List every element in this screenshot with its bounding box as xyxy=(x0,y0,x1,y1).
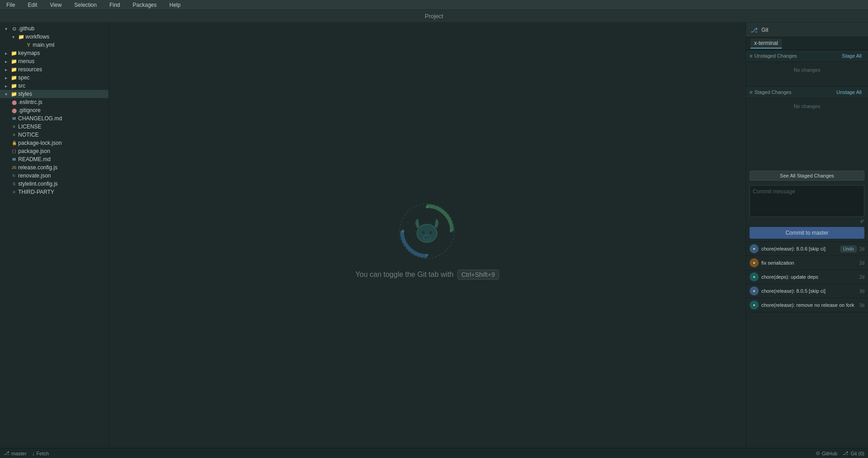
folder-icon: 📁 xyxy=(10,67,18,73)
tree-item-spec[interactable]: ▸ 📁 spec xyxy=(0,74,108,82)
commit-row[interactable]: ● chore(release): 8.0.5 [skip ci] 3d xyxy=(746,284,868,298)
see-all-staged-button[interactable]: See All Staged Changes xyxy=(750,171,864,181)
commit-time: 2d xyxy=(859,246,864,251)
tree-label: .github xyxy=(18,25,34,32)
tree-label: workflows xyxy=(25,34,49,40)
unstage-all-button[interactable]: Unstage All xyxy=(834,89,864,96)
file-tree-sidebar: ▾ ⊙ .github ▾ 📁 workflows Y main.yml ▸ 📁… xyxy=(0,23,109,458)
git-panel: ⎇ Git x-terminal ≡ Unstaged Changes Stag… xyxy=(745,23,868,458)
status-git[interactable]: ⎇ Git (0) xyxy=(843,450,864,456)
commit-row[interactable]: ● fix serialization 2d xyxy=(746,256,868,270)
chevron-right-icon: ▸ xyxy=(2,51,10,56)
tree-item-package-json[interactable]: { } package.json xyxy=(0,147,108,155)
status-fetch[interactable]: ↓ Fetch xyxy=(32,450,49,456)
chevron-right-icon: ▸ xyxy=(2,67,10,72)
notice-icon: ≡ xyxy=(10,133,18,137)
chevron-right-icon: ▸ xyxy=(2,59,10,64)
main-layout: ▾ ⊙ .github ▾ 📁 workflows Y main.yml ▸ 📁… xyxy=(0,23,868,458)
tree-item-changelog[interactable]: M CHANGELOG.md xyxy=(0,114,108,123)
tree-label: menus xyxy=(18,58,34,64)
git-panel-scroll: ≡ Unstaged Changes Stage All No changes … xyxy=(746,50,868,458)
tree-item-readme[interactable]: M README.md xyxy=(0,155,108,163)
git-panel-header: ⎇ Git xyxy=(746,23,868,37)
undo-commit-button[interactable]: Undo xyxy=(840,246,857,252)
unstaged-title: Unstaged Changes xyxy=(754,53,797,59)
tree-label: release.config.js xyxy=(18,164,58,171)
tree-item-github[interactable]: ▾ ⊙ .github xyxy=(0,25,108,33)
branch-name: master xyxy=(11,451,27,456)
staged-no-changes: No changes xyxy=(746,98,868,114)
tree-item-resources[interactable]: ▸ 📁 resources xyxy=(0,65,108,74)
menu-item-find[interactable]: Find xyxy=(107,1,123,9)
tree-item-keymaps[interactable]: ▸ 📁 keymaps xyxy=(0,49,108,57)
commit-row[interactable]: ● chore(deps): update deps 2d xyxy=(746,270,868,284)
status-right: ⊙ GitHub ⎇ Git (0) xyxy=(816,450,864,456)
commit-info: fix serialization xyxy=(761,260,857,266)
git-tab-xterminal[interactable]: x-terminal xyxy=(750,39,782,49)
commit-avatar: ● xyxy=(750,258,759,267)
tree-label: stylelint.config.js xyxy=(18,181,58,187)
commit-area: 4* Commit to master xyxy=(746,182,868,241)
tree-item-workflows[interactable]: ▾ 📁 workflows xyxy=(0,33,108,41)
commit-message: fix serialization xyxy=(761,260,857,266)
menu-item-help[interactable]: Help xyxy=(167,1,183,9)
commit-message-input[interactable] xyxy=(750,185,864,217)
yaml-icon: Y xyxy=(25,42,33,48)
menu-item-edit[interactable]: Edit xyxy=(25,1,40,9)
tree-item-release-config[interactable]: JS release.config.js xyxy=(0,163,108,172)
commit-to-master-button[interactable]: Commit to master xyxy=(750,227,864,239)
commit-row[interactable]: ● chore(release): 8.0.6 [skip ci] Undo 2… xyxy=(746,242,868,256)
unstaged-title-row: ≡ Unstaged Changes xyxy=(750,53,797,59)
js-icon: JS xyxy=(10,165,18,170)
menu-item-view[interactable]: View xyxy=(47,1,64,9)
staged-title-row: ≡ Staged Changes xyxy=(750,89,791,95)
github-label: GitHub xyxy=(822,451,837,456)
tree-item-stylelint[interactable]: S stylelint.config.js xyxy=(0,180,108,188)
tree-label: renovate.json xyxy=(18,172,51,179)
svg-point-2 xyxy=(422,231,425,234)
tree-item-notice[interactable]: ≡ NOTICE xyxy=(0,131,108,139)
status-github[interactable]: ⊙ GitHub xyxy=(816,450,837,456)
tree-item-third-party[interactable]: ≡ THIRD-PARTY xyxy=(0,188,108,196)
git-panel-title: Git xyxy=(761,27,768,33)
commit-char-count: 4* xyxy=(750,218,864,225)
tree-label: styles xyxy=(18,91,32,97)
commit-message: chore(release): 8.0.5 [skip ci] xyxy=(761,288,857,294)
commit-info: chore(deps): update deps xyxy=(761,274,857,280)
project-title: Project xyxy=(425,13,443,20)
svg-point-4 xyxy=(423,235,431,241)
tree-item-eslintrc[interactable]: ⬤ .eslintrc.js xyxy=(0,98,108,106)
tree-label: NOTICE xyxy=(18,132,39,138)
tree-item-main-yml[interactable]: Y main.yml xyxy=(0,41,108,49)
tree-label: .eslintrc.js xyxy=(18,99,42,105)
tree-label: LICENSE xyxy=(18,123,41,130)
stage-all-button[interactable]: Stage All xyxy=(839,52,864,59)
menu-item-packages[interactable]: Packages xyxy=(130,1,160,9)
tree-item-styles[interactable]: ▾ 📁 styles xyxy=(0,90,108,98)
commit-time: 2d xyxy=(859,275,864,280)
tree-item-src[interactable]: ▸ 📁 src xyxy=(0,82,108,90)
folder-icon: 📁 xyxy=(10,75,18,81)
tree-label: resources xyxy=(18,66,42,73)
title-bar: Project xyxy=(0,10,868,23)
chevron-down-icon: ▾ xyxy=(9,34,17,39)
status-master[interactable]: ⎇ master xyxy=(4,450,27,456)
stylelint-icon: S xyxy=(10,182,18,186)
json-lock-icon: 🔒 xyxy=(10,141,18,145)
tree-item-package-lock[interactable]: 🔒 package-lock.json xyxy=(0,139,108,147)
tree-item-renovate[interactable]: ↻ renovate.json xyxy=(0,172,108,180)
tree-label: README.md xyxy=(18,156,50,163)
tree-label: CHANGELOG.md xyxy=(18,115,62,122)
git-hint-text: You can toggle the Git tab with Ctrl+Shi… xyxy=(355,270,499,280)
menu-item-selection[interactable]: Selection xyxy=(72,1,99,9)
chevron-right-icon: ▸ xyxy=(2,84,10,89)
unstaged-no-changes: No changes xyxy=(746,62,868,78)
commit-row[interactable]: ● chore(release): remove no release on f… xyxy=(746,298,868,312)
tree-item-gitignore[interactable]: ⬤ .gitignore xyxy=(0,106,108,114)
menu-item-file[interactable]: File xyxy=(4,1,18,9)
tree-item-menus[interactable]: ▸ 📁 menus xyxy=(0,57,108,65)
tree-item-license[interactable]: ≡ LICENSE xyxy=(0,123,108,131)
tree-label: package.json xyxy=(18,148,50,154)
tree-label: keymaps xyxy=(18,50,40,56)
commit-avatar: ● xyxy=(750,244,759,253)
